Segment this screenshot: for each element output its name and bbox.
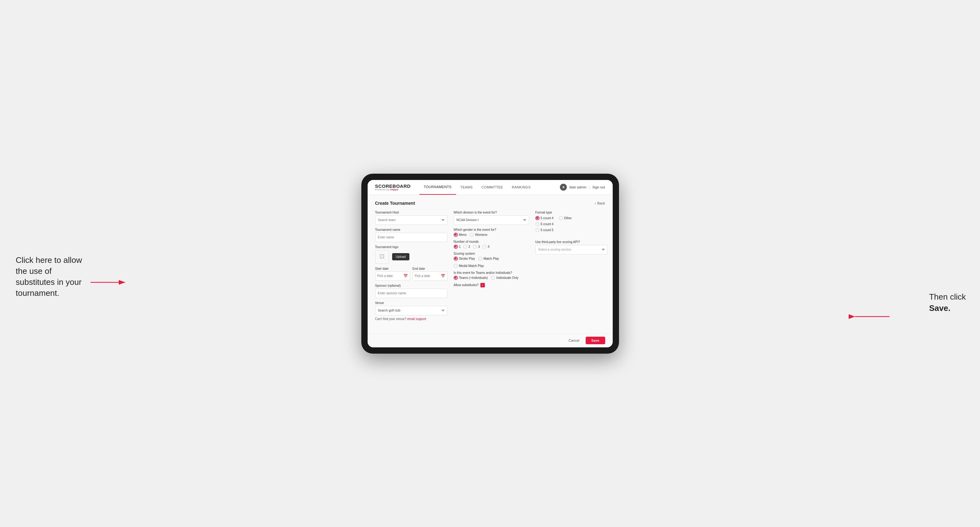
tournament-host-field: Tournament Host <box>375 211 447 225</box>
user-name: blair admin <box>570 185 586 189</box>
format-6count4[interactable]: 6 count 4 <box>535 222 608 226</box>
rounds-4[interactable]: 4 <box>482 244 490 249</box>
event-for-teams[interactable]: Teams (+Individuals) <box>454 276 488 280</box>
tournament-host-input[interactable] <box>375 216 447 225</box>
arrow-left <box>91 276 128 289</box>
rounds-4-radio[interactable] <box>482 244 487 249</box>
gender-field: Which gender is the event for? Mens Wome… <box>454 228 529 237</box>
format-label: Format type <box>535 211 608 214</box>
venue-label: Venue <box>375 301 447 305</box>
scoring-match[interactable]: Match Play <box>478 257 499 261</box>
arrow-right <box>852 310 889 323</box>
cancel-button[interactable]: Cancel <box>565 337 583 344</box>
nav-link-committee[interactable]: COMMITTEE <box>477 180 508 195</box>
start-date-input[interactable] <box>377 274 402 278</box>
annotation-right-2: Save. <box>929 303 950 313</box>
form-footer: Cancel Save <box>368 333 613 348</box>
tournament-name-field: Tournament name <box>375 228 447 242</box>
tablet-screen: SCOREBOARD Powered by clippd TOURNAMENTS… <box>368 180 613 348</box>
email-support-link[interactable]: email support <box>407 317 426 321</box>
page-wrapper: Click here to allow the use of substitut… <box>13 174 967 354</box>
back-link[interactable]: ‹ Back <box>595 201 605 205</box>
scoring-match-radio[interactable] <box>478 257 482 261</box>
dates-row: Start date 📅 End date 📅 <box>375 267 447 281</box>
page-header: Create Tournament ‹ Back <box>375 201 605 206</box>
format-other-radio[interactable] <box>558 216 563 220</box>
nav-links: TOURNAMENTS TEAMS COMMITTEE RANKINGS <box>420 180 560 195</box>
event-for-teams-radio[interactable] <box>454 276 458 280</box>
logo-placeholder: 🖼 <box>375 250 389 264</box>
format-other[interactable]: Other <box>558 216 572 220</box>
scoring-api-select[interactable]: Select a scoring service <box>535 245 608 254</box>
form-grid: Tournament Host Tournament name Tourname… <box>375 211 605 321</box>
gender-womens[interactable]: Womens <box>470 233 487 237</box>
format-6count5[interactable]: 6 count 5 <box>535 228 608 232</box>
end-date-label: End date <box>412 267 447 270</box>
upload-button[interactable]: Upload <box>392 253 410 260</box>
rounds-field: Number of rounds 1 2 <box>454 240 529 249</box>
event-for-individuals-radio[interactable] <box>491 276 495 280</box>
venue-select[interactable]: Search golf club <box>375 306 447 315</box>
rounds-2-radio[interactable] <box>463 244 467 249</box>
gender-mens[interactable]: Mens <box>454 233 466 237</box>
nav-link-teams[interactable]: TEAMS <box>456 180 477 195</box>
sign-out-link[interactable]: Sign out <box>592 185 605 189</box>
rounds-2[interactable]: 2 <box>463 244 470 249</box>
scoring-radio-group: Stroke Play Match Play Medal Match Play <box>454 257 529 268</box>
sponsor-input[interactable] <box>375 289 447 298</box>
save-button[interactable]: Save <box>585 337 605 344</box>
gender-label: Which gender is the event for? <box>454 228 529 232</box>
format-6count5-radio[interactable] <box>535 228 539 232</box>
rounds-label: Number of rounds <box>454 240 529 243</box>
scoring-stroke[interactable]: Stroke Play <box>454 257 475 261</box>
scoring-api-field: Use third-party live scoring API? Select… <box>535 240 608 254</box>
venue-help-text: Can't find your venue? email support <box>375 317 447 321</box>
gender-radio-group: Mens Womens <box>454 233 529 237</box>
left-column: Tournament Host Tournament name Tourname… <box>375 211 447 321</box>
scoring-medal[interactable]: Medal Match Play <box>454 264 484 268</box>
middle-column: Which division is the event for? NCAA Di… <box>454 211 529 321</box>
tournament-logo-label: Tournament logo <box>375 245 447 249</box>
substitutes-label[interactable]: Allow substitutes? ✓ <box>454 283 529 287</box>
event-for-individuals[interactable]: Individuals Only <box>491 276 519 280</box>
division-label: Which division is the event for? <box>454 211 529 214</box>
format-5count4[interactable]: 5 count 4 <box>535 216 554 220</box>
start-date-input-wrap: 📅 <box>375 271 410 281</box>
division-select[interactable]: NCAA Division I <box>454 216 529 225</box>
rounds-1-radio[interactable] <box>454 244 458 249</box>
format-options: 5 count 4 Other 6 count 4 <box>535 216 608 232</box>
rounds-3[interactable]: 3 <box>473 244 480 249</box>
tournament-logo-field: Tournament logo 🖼 Upload <box>375 245 447 264</box>
venue-field: Venue Search golf club Can't find your v… <box>375 301 447 321</box>
rounds-3-radio[interactable] <box>473 244 477 249</box>
main-content: Create Tournament ‹ Back Tournament Host… <box>368 195 613 333</box>
scoring-api-label: Use third-party live scoring API? <box>535 240 608 244</box>
substitutes-checkbox[interactable]: ✓ <box>480 283 485 287</box>
event-for-radio-group: Teams (+Individuals) Individuals Only <box>454 276 529 280</box>
end-date-input[interactable] <box>415 274 439 278</box>
nav-link-tournaments[interactable]: TOURNAMENTS <box>420 180 456 195</box>
format-5count4-radio[interactable] <box>535 216 539 220</box>
end-date-input-wrap: 📅 <box>412 271 447 281</box>
event-for-label: Is this event for Teams and/or Individua… <box>454 271 529 275</box>
tournament-name-label: Tournament name <box>375 228 447 232</box>
logo-upload-area: 🖼 Upload <box>375 250 447 264</box>
format-6count4-radio[interactable] <box>535 222 539 226</box>
tournament-name-input[interactable] <box>375 233 447 242</box>
calendar-icon-start: 📅 <box>403 274 408 278</box>
scoring-stroke-radio[interactable] <box>454 257 458 261</box>
logo-scoreboard: SCOREBOARD <box>375 184 410 189</box>
rounds-1[interactable]: 1 <box>454 244 461 249</box>
start-date-label: Start date <box>375 267 410 270</box>
gender-womens-radio[interactable] <box>470 233 474 237</box>
gender-mens-radio[interactable] <box>454 233 458 237</box>
tablet-frame: SCOREBOARD Powered by clippd TOURNAMENTS… <box>361 174 619 354</box>
right-column: Format type 5 count 4 Other <box>535 211 608 321</box>
nav-link-rankings[interactable]: RANKINGS <box>508 180 535 195</box>
end-date-field: End date 📅 <box>412 267 447 281</box>
sponsor-label: Sponsor (optional) <box>375 284 447 287</box>
page-title: Create Tournament <box>375 201 415 206</box>
division-field: Which division is the event for? NCAA Di… <box>454 211 529 225</box>
scoring-medal-radio[interactable] <box>454 264 458 268</box>
sponsor-field: Sponsor (optional) <box>375 284 447 298</box>
